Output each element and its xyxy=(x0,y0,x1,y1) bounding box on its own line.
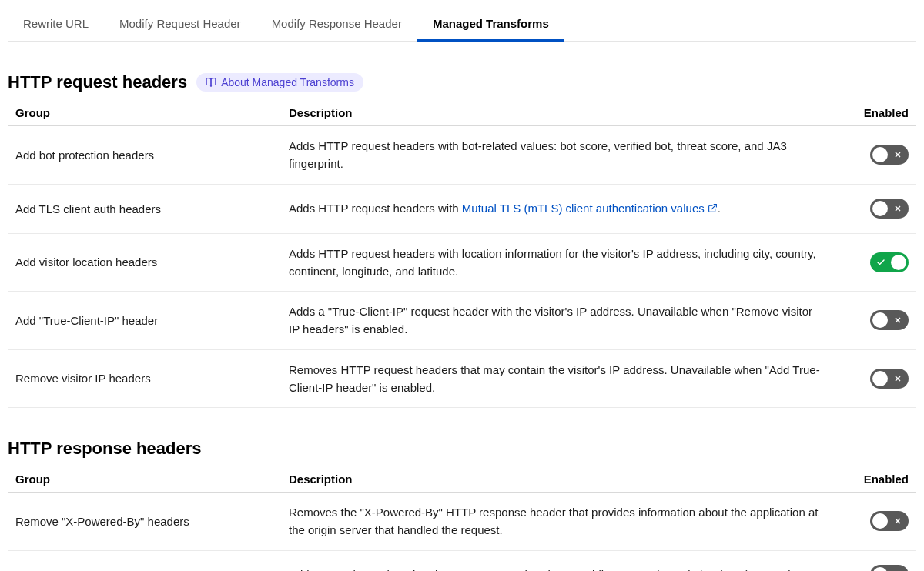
toggle-true-client-ip[interactable] xyxy=(870,310,909,330)
row-description: Removes HTTP request headers that may co… xyxy=(289,361,839,397)
link-text: Mutual TLS (mTLS) client authentication … xyxy=(462,202,705,215)
column-header-enabled: Enabled xyxy=(839,106,909,119)
column-header-group: Group xyxy=(15,106,289,119)
row-description: Adds several security-related HTTP respo… xyxy=(289,566,839,571)
toggle-knob xyxy=(891,255,906,270)
external-link-icon xyxy=(708,203,718,213)
row-group-label: Add security headers xyxy=(15,569,289,572)
section-header: HTTP response headers xyxy=(8,439,916,459)
row-toggle-cell xyxy=(839,565,909,571)
toggle-knob xyxy=(872,371,888,386)
toggle-bot-protection[interactable] xyxy=(870,145,909,165)
section-header: HTTP request headers About Managed Trans… xyxy=(8,72,916,92)
section-request-headers: HTTP request headers About Managed Trans… xyxy=(8,72,916,408)
row-toggle-cell xyxy=(839,369,909,389)
desc-text: Removes the "X-Powered-By" HTTP response… xyxy=(289,506,818,536)
row-description: Adds a "True-Client-IP" request header w… xyxy=(289,302,839,339)
row-group-label: Remove "X-Powered-By" headers xyxy=(15,515,289,528)
table-header-row: Group Description Enabled xyxy=(8,100,916,126)
response-headers-table: Group Description Enabled Remove "X-Powe… xyxy=(8,466,916,571)
row-description: Removes the "X-Powered-By" HTTP response… xyxy=(289,503,839,539)
book-icon xyxy=(206,77,216,88)
row-toggle-cell xyxy=(839,310,909,330)
row-group-label: Add "True-Client-IP" header xyxy=(15,314,289,327)
tab-modify-request-header[interactable]: Modify Request Header xyxy=(104,8,256,42)
row-toggle-cell xyxy=(839,511,909,531)
close-icon xyxy=(893,374,902,383)
table-row: Add "True-Client-IP" header Adds a "True… xyxy=(8,292,916,350)
row-toggle-cell xyxy=(839,199,909,219)
table-row: Add bot protection headers Adds HTTP req… xyxy=(8,126,916,185)
desc-text: Adds HTTP request headers with bot-relat… xyxy=(289,139,787,170)
close-icon xyxy=(893,204,902,213)
desc-text: Removes HTTP request headers that may co… xyxy=(289,363,820,394)
table-row: Add security headers Adds several securi… xyxy=(8,551,916,572)
row-group-label: Add TLS client auth headers xyxy=(15,202,289,215)
desc-text: Adds several security-related HTTP respo… xyxy=(289,568,807,571)
table-row: Remove visitor IP headers Removes HTTP r… xyxy=(8,350,916,409)
table-header-row: Group Description Enabled xyxy=(8,466,916,493)
tab-modify-response-header[interactable]: Modify Response Header xyxy=(256,8,417,42)
tab-managed-transforms[interactable]: Managed Transforms xyxy=(417,8,564,42)
mtls-docs-link[interactable]: Mutual TLS (mTLS) client authentication … xyxy=(462,202,718,215)
section-title: HTTP response headers xyxy=(8,439,201,459)
toggle-knob xyxy=(872,513,888,529)
row-group-label: Remove visitor IP headers xyxy=(15,372,289,385)
row-description: Adds HTTP request headers with bot-relat… xyxy=(289,137,839,173)
toggle-remove-x-powered-by[interactable] xyxy=(870,511,909,531)
toggle-knob xyxy=(872,147,888,162)
svg-line-2 xyxy=(711,205,716,209)
row-group-label: Add visitor location headers xyxy=(15,255,289,269)
check-icon xyxy=(876,258,886,267)
column-header-enabled: Enabled xyxy=(839,472,909,486)
tabs: Rewrite URL Modify Request Header Modify… xyxy=(8,8,916,42)
row-description: Adds HTTP request headers with Mutual TL… xyxy=(289,199,839,217)
tab-rewrite-url[interactable]: Rewrite URL xyxy=(8,8,104,42)
request-headers-table: Group Description Enabled Add bot protec… xyxy=(8,100,916,408)
table-row: Add TLS client auth headers Adds HTTP re… xyxy=(8,185,916,234)
toggle-visitor-location[interactable] xyxy=(870,252,909,272)
column-header-description: Description xyxy=(289,472,839,486)
row-description: Adds HTTP request headers with location … xyxy=(289,245,839,281)
row-group-label: Add bot protection headers xyxy=(15,149,289,162)
toggle-knob xyxy=(872,567,888,571)
desc-text: Adds a "True-Client-IP" request header w… xyxy=(289,305,812,336)
column-header-description: Description xyxy=(289,106,839,119)
close-icon xyxy=(893,516,902,526)
toggle-knob xyxy=(872,201,888,216)
desc-text: . xyxy=(718,202,721,215)
close-icon xyxy=(893,316,902,325)
about-link-label: About Managed Transforms xyxy=(221,76,354,88)
section-response-headers: HTTP response headers Group Description … xyxy=(8,439,916,571)
desc-text: Adds HTTP request headers with xyxy=(289,202,462,215)
row-toggle-cell xyxy=(839,145,909,165)
about-managed-transforms-link[interactable]: About Managed Transforms xyxy=(196,73,363,92)
toggle-knob xyxy=(872,312,888,328)
table-row: Remove "X-Powered-By" headers Removes th… xyxy=(8,493,916,551)
column-header-group: Group xyxy=(15,472,289,486)
toggle-remove-visitor-ip[interactable] xyxy=(870,369,909,389)
section-title: HTTP request headers xyxy=(8,72,187,92)
close-icon xyxy=(893,150,902,159)
toggle-add-security-headers[interactable] xyxy=(870,565,909,571)
table-row: Add visitor location headers Adds HTTP r… xyxy=(8,234,916,292)
row-toggle-cell xyxy=(839,252,909,272)
toggle-tls-client-auth[interactable] xyxy=(870,199,909,219)
desc-text: Adds HTTP request headers with location … xyxy=(289,247,816,278)
